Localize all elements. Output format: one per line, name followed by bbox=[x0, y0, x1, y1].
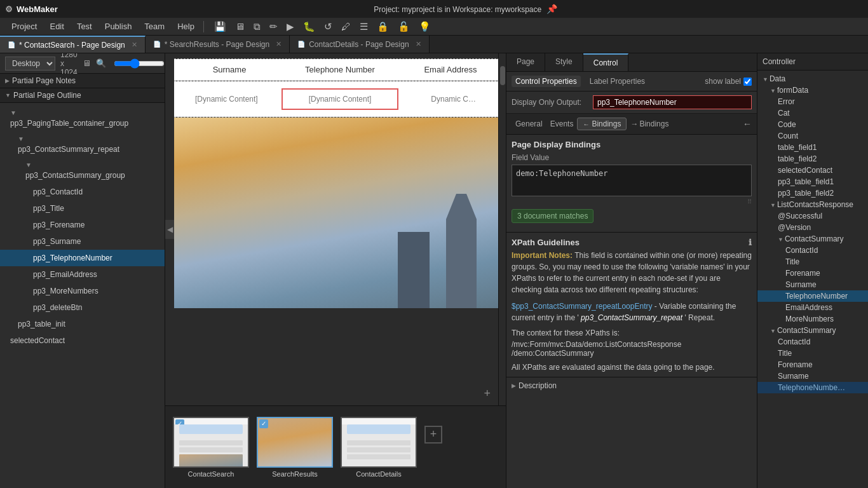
ctrl-successful[interactable]: @Successful bbox=[757, 210, 868, 222]
ctrl-contact-summary-group[interactable]: ▼ContactSummary bbox=[757, 233, 868, 245]
left-expand-arrow[interactable]: ◀ bbox=[165, 220, 174, 239]
ctrl-forename2[interactable]: Forename bbox=[757, 359, 868, 370]
zoom-slider[interactable] bbox=[114, 58, 165, 69]
ctrl-list-contacts[interactable]: ▼ListContactsResponse bbox=[757, 199, 868, 210]
description-header[interactable]: Description bbox=[512, 381, 752, 390]
tab-contact-details[interactable]: 📄 ContactDetails - Page Design ✕ bbox=[290, 36, 429, 53]
tree-item-delete-btn[interactable]: pp3_deleteBtn bbox=[0, 299, 165, 316]
tree-item-surname[interactable]: pp3_Surname bbox=[0, 233, 165, 250]
prop-tab-label[interactable]: Label Properties bbox=[586, 76, 649, 87]
ctrl-morenumbers1[interactable]: MoreNumbers bbox=[757, 313, 868, 325]
prop-tab-control[interactable]: Control Properties bbox=[512, 76, 581, 87]
tab-close-1[interactable]: ✕ bbox=[276, 40, 281, 48]
field-value-resize-handle[interactable]: ⠿ bbox=[512, 198, 752, 205]
ctrl-data[interactable]: ▼Data bbox=[757, 73, 868, 85]
ctrl-pp3-table1[interactable]: pp3_table_field1 bbox=[757, 176, 868, 187]
show-label-checkbox[interactable] bbox=[743, 78, 752, 86]
collapse-bindings-arrow[interactable]: ← bbox=[743, 119, 752, 129]
debug-icon[interactable]: 🐛 bbox=[301, 20, 318, 34]
ctrl-email1[interactable]: EmailAddress bbox=[757, 302, 868, 313]
ctrl-surname2[interactable]: Surname bbox=[757, 370, 868, 382]
ctrl-title1[interactable]: Title bbox=[757, 256, 868, 268]
panel-tab-control[interactable]: Control bbox=[583, 53, 629, 71]
ctrl-selected-contact[interactable]: selectedContact bbox=[757, 165, 868, 176]
device-select[interactable]: Desktop Mobile Tablet bbox=[5, 57, 55, 71]
thumbnail-contact-search[interactable]: ✓ ContactSearch bbox=[173, 417, 249, 478]
canvas-add-button[interactable]: + bbox=[484, 387, 491, 400]
ctrl-forename1[interactable]: Forename bbox=[757, 268, 868, 279]
tree-item-table-init[interactable]: pp3_table_init bbox=[0, 316, 165, 332]
back-bindings-tab[interactable]: ← Bindings bbox=[577, 118, 627, 130]
edit-icon[interactable]: ✏ bbox=[267, 20, 280, 34]
menu-publish[interactable]: Publish bbox=[98, 19, 139, 34]
tree-item-forename[interactable]: pp3_Forename bbox=[0, 217, 165, 233]
menu-help[interactable]: Help bbox=[171, 19, 201, 34]
thumbnail-search-results[interactable]: ✓ SearchResults bbox=[257, 417, 333, 478]
partial-page-notes-header[interactable]: Partial Page Notes bbox=[0, 74, 165, 88]
tab-contact-search[interactable]: 📄 * ContactSearch - Page Design ✕ bbox=[0, 36, 146, 53]
tree-item-more-numbers[interactable]: pp3_MoreNumbers bbox=[0, 283, 165, 299]
thumb-img-search-results[interactable]: ✓ bbox=[257, 417, 333, 468]
ctrl-pp3-table2[interactable]: pp3_table_field2 bbox=[757, 187, 868, 199]
copy-icon[interactable]: ⧉ bbox=[251, 20, 263, 34]
tree-item-selected-contact[interactable]: selectedContact bbox=[0, 332, 165, 349]
tree-item-title[interactable]: pp3_Title bbox=[0, 200, 165, 217]
zoom-icon[interactable]: 🔍 bbox=[96, 58, 106, 68]
refresh-icon[interactable]: ↺ bbox=[322, 20, 335, 34]
ctrl-contactid1[interactable]: ContactId bbox=[757, 245, 868, 256]
ctrl-error[interactable]: Error bbox=[757, 96, 868, 107]
monitor-icon[interactable]: 🖥 bbox=[233, 20, 247, 33]
ctrl-code[interactable]: Code bbox=[757, 119, 868, 130]
menu-edit[interactable]: Edit bbox=[43, 19, 70, 34]
thumbnail-contact-details[interactable]: ContactDetails bbox=[341, 417, 417, 478]
add-thumbnail-button[interactable]: + bbox=[424, 426, 442, 444]
ctrl-title2[interactable]: Title bbox=[757, 348, 868, 359]
tree-item-pp3-contact-group[interactable]: ▼pp3_ContactSummary_group bbox=[0, 158, 165, 184]
tree-item-pp3-paging[interactable]: ▼pp3_PagingTable_container_group bbox=[0, 105, 165, 132]
tab-search-results[interactable]: 📄 * SearchResults - Page Design ✕ bbox=[146, 36, 290, 53]
pen-icon[interactable]: 🖊 bbox=[339, 20, 353, 33]
ctrl-form-data[interactable]: ▼formData bbox=[757, 85, 868, 96]
ctrl-table-field1[interactable]: table_field1 bbox=[757, 142, 868, 153]
menu-team[interactable]: Team bbox=[138, 19, 171, 34]
display-only-output-input[interactable] bbox=[593, 95, 752, 109]
description-section[interactable]: Description bbox=[506, 377, 757, 394]
unlock-icon[interactable]: 🔓 bbox=[395, 20, 412, 34]
field-value-input[interactable]: demo:TelephoneNumber bbox=[512, 165, 752, 196]
ctrl-contact-summary2[interactable]: ▼ContactSummary bbox=[757, 325, 868, 336]
ctrl-count[interactable]: Count bbox=[757, 130, 868, 142]
events-tab[interactable]: Events bbox=[546, 118, 578, 130]
xpath-info-icon[interactable]: ℹ bbox=[749, 238, 752, 247]
cell-telephone-highlighted[interactable]: [Dynamic Content] bbox=[281, 88, 399, 110]
thumb-img-contact-search[interactable]: ✓ bbox=[173, 417, 249, 468]
tab-close-2[interactable]: ✕ bbox=[416, 40, 421, 48]
ctrl-cat[interactable]: Cat bbox=[757, 107, 868, 119]
menu-project[interactable]: Project bbox=[5, 19, 43, 34]
light-icon[interactable]: 💡 bbox=[416, 20, 433, 34]
thumb-img-contact-details[interactable] bbox=[341, 417, 417, 468]
ctrl-version[interactable]: @Version bbox=[757, 222, 868, 233]
save-icon[interactable]: 💾 bbox=[212, 20, 229, 34]
ctrl-table-field2[interactable]: table_field2 bbox=[757, 153, 868, 165]
partial-page-outline-header[interactable]: Partial Page Outline bbox=[0, 88, 165, 103]
menu-test[interactable]: Test bbox=[71, 19, 98, 34]
lock-icon[interactable]: 🔒 bbox=[374, 20, 391, 34]
tab-close-0[interactable]: ✕ bbox=[132, 41, 137, 49]
canvas-vscrollbar[interactable] bbox=[498, 53, 506, 405]
panel-tab-page[interactable]: Page bbox=[506, 53, 545, 71]
tree-item-pp3-contact-repeat[interactable]: ▼pp3_ContactSummary_repeat bbox=[0, 132, 165, 158]
tree-item-telephone[interactable]: pp3_TelephoneNumber bbox=[0, 250, 165, 266]
general-tab[interactable]: General bbox=[512, 118, 546, 130]
forward-bindings-tab[interactable]: → Bindings bbox=[627, 118, 672, 130]
ctrl-contactid2[interactable]: ContactId bbox=[757, 336, 868, 348]
list-icon[interactable]: ☰ bbox=[357, 20, 370, 34]
play-icon[interactable]: ▶ bbox=[284, 20, 297, 34]
monitor-small-icon[interactable]: 🖥 bbox=[83, 58, 91, 68]
ctrl-surname1[interactable]: Surname bbox=[757, 279, 868, 290]
panel-tab-style[interactable]: Style bbox=[545, 53, 583, 71]
ctrl-telephone-selected[interactable]: TelephoneNumber bbox=[757, 290, 868, 302]
ctrl-telephone-partial[interactable]: TelephoneNumbe… bbox=[757, 382, 868, 393]
vscroll-thumb[interactable] bbox=[500, 66, 505, 85]
tree-item-contact-id[interactable]: pp3_ContactId bbox=[0, 184, 165, 200]
tree-item-email[interactable]: pp3_EmailAddress bbox=[0, 266, 165, 283]
